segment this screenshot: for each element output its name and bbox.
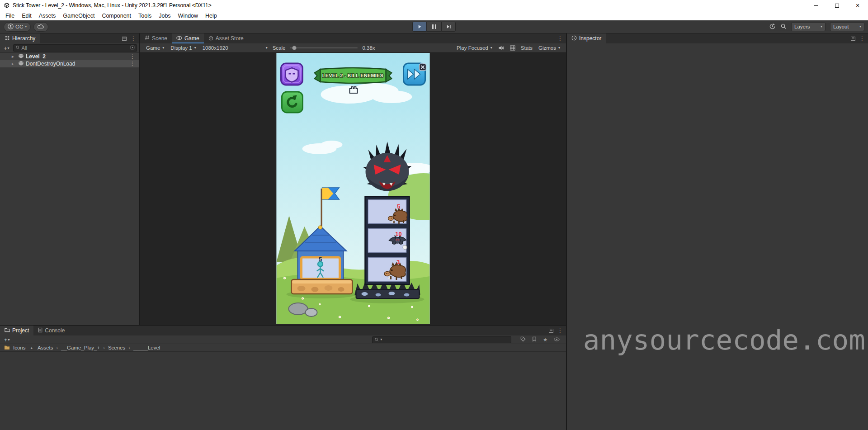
gizmos-dropdown[interactable]: Gizmos ▾ bbox=[535, 43, 563, 52]
speaker-icon bbox=[498, 45, 505, 51]
game-tab-icon bbox=[176, 35, 182, 42]
chevron-down-icon: ▾ bbox=[491, 46, 492, 50]
collapse-icon[interactable]: ▴ bbox=[31, 346, 33, 350]
scale-slider[interactable] bbox=[290, 47, 358, 48]
kebab-menu-icon[interactable]: ⋮ bbox=[859, 36, 865, 41]
favorites-folder-label[interactable]: Icons bbox=[13, 345, 26, 350]
stats-button[interactable]: Stats bbox=[518, 43, 535, 52]
grid-toggle-button[interactable] bbox=[507, 43, 518, 52]
close-button[interactable]: × bbox=[847, 0, 868, 11]
kebab-menu-icon[interactable]: ⋮ bbox=[130, 61, 139, 66]
display-target-dropdown[interactable]: Display 1 ▾ bbox=[167, 43, 199, 52]
pause-icon bbox=[432, 24, 436, 29]
menu-tools[interactable]: Tools bbox=[135, 11, 155, 20]
restart-button[interactable] bbox=[282, 92, 303, 113]
console-tab-label: Console bbox=[45, 327, 65, 334]
chevron-down-icon: ▾ bbox=[859, 25, 861, 28]
breadcrumb-item[interactable]: Assets bbox=[38, 345, 53, 350]
kebab-menu-icon[interactable]: ⋮ bbox=[131, 36, 136, 41]
cloud-icon bbox=[38, 24, 44, 30]
workspace: Hierarchy ⋮ + ▾ bbox=[0, 33, 868, 430]
search-picker-icon[interactable] bbox=[130, 45, 135, 51]
dock-icon[interactable] bbox=[549, 329, 553, 333]
chevron-down-icon: ▾ bbox=[266, 46, 268, 50]
menu-jobs[interactable]: Jobs bbox=[155, 11, 174, 20]
step-button[interactable] bbox=[441, 22, 456, 32]
hierarchy-item-label: Level_2 bbox=[26, 53, 46, 60]
foldout-icon[interactable]: ▸ bbox=[12, 55, 16, 59]
pause-button[interactable] bbox=[427, 22, 441, 32]
menu-help[interactable]: Help bbox=[202, 11, 221, 20]
window-titlebar: Stick Tower - Level_2 - Windows, Mac, Li… bbox=[0, 0, 868, 11]
breadcrumb-item[interactable]: _____Level bbox=[133, 345, 160, 350]
package-visibility-icon[interactable] bbox=[554, 337, 560, 342]
play-button[interactable] bbox=[412, 22, 427, 32]
menu-edit[interactable]: Edit bbox=[18, 11, 35, 20]
dock-icon[interactable] bbox=[851, 37, 855, 41]
grid-icon bbox=[510, 45, 515, 51]
game-render[interactable]: 5 bbox=[277, 53, 430, 324]
tab-console[interactable]: Console bbox=[33, 326, 69, 335]
scene-icon bbox=[18, 60, 24, 67]
menu-gameobject[interactable]: GameObject bbox=[59, 11, 98, 20]
layers-label: Layers bbox=[794, 24, 810, 29]
enemy-count: 10 bbox=[395, 231, 401, 237]
hierarchy-row-dontdestroyonload[interactable]: ▸ DontDestroyOnLoad ⋮ bbox=[0, 60, 139, 67]
account-label: GC bbox=[15, 24, 23, 29]
kebab-menu-icon[interactable]: ⋮ bbox=[130, 54, 139, 59]
game-view-toolbar: Game ▾ Display 1 ▾ 1080x1920 ▾ Scale bbox=[140, 43, 566, 53]
resolution-dropdown[interactable]: 1080x1920 ▾ bbox=[199, 43, 271, 52]
project-search-field[interactable]: ▾ bbox=[372, 336, 511, 343]
cloud-button[interactable] bbox=[33, 22, 48, 32]
chevron-down-icon: ▾ bbox=[821, 25, 822, 28]
minimize-button[interactable] bbox=[806, 0, 826, 11]
history-icon[interactable] bbox=[769, 23, 776, 31]
foldout-icon[interactable]: ▸ bbox=[12, 62, 16, 66]
tab-project[interactable]: Project bbox=[0, 326, 33, 335]
play-icon bbox=[417, 24, 422, 29]
search-by-label-icon[interactable] bbox=[532, 336, 537, 343]
step-icon bbox=[446, 24, 452, 29]
account-button[interactable]: GC ▾ bbox=[4, 22, 31, 32]
layout-dropdown[interactable]: Layout ▾ bbox=[830, 22, 864, 31]
kebab-menu-icon[interactable]: ⋮ bbox=[557, 36, 563, 41]
breadcrumb-item[interactable]: __Game_Play_+ bbox=[61, 345, 100, 350]
add-gameobject-button[interactable]: + ▾ bbox=[2, 45, 11, 51]
hierarchy-row-level2[interactable]: ▸ Level_2 ⋮ bbox=[0, 53, 139, 60]
layers-dropdown[interactable]: Layers ▾ bbox=[791, 22, 826, 31]
project-content-area[interactable] bbox=[0, 352, 566, 430]
console-tab-icon bbox=[38, 327, 42, 334]
scale-label: Scale bbox=[271, 45, 288, 51]
save-search-icon[interactable]: ★ bbox=[543, 337, 547, 342]
search-icon[interactable] bbox=[780, 23, 787, 30]
tab-scene[interactable]: Scene bbox=[140, 33, 172, 43]
add-asset-button[interactable]: + ▾ bbox=[3, 337, 11, 343]
menu-window[interactable]: Window bbox=[175, 11, 202, 20]
search-icon bbox=[15, 45, 20, 51]
maximize-button[interactable] bbox=[826, 0, 847, 11]
shield-button[interactable] bbox=[281, 63, 303, 85]
tab-game[interactable]: Game bbox=[172, 33, 204, 43]
enemy-count: 3 bbox=[396, 259, 400, 265]
inspector-tab-icon bbox=[571, 35, 577, 42]
kebab-menu-icon[interactable]: ⋮ bbox=[557, 328, 563, 333]
close-badge-button[interactable] bbox=[420, 64, 426, 71]
menu-file[interactable]: File bbox=[2, 11, 18, 20]
play-focused-dropdown[interactable]: Play Focused ▾ bbox=[453, 43, 495, 52]
view-mode-dropdown[interactable]: Game ▾ bbox=[143, 43, 167, 52]
hierarchy-search-field[interactable]: All bbox=[13, 44, 137, 52]
tab-inspector[interactable]: Inspector bbox=[567, 33, 606, 43]
search-by-type-icon[interactable] bbox=[520, 336, 526, 343]
menu-assets[interactable]: Assets bbox=[35, 11, 60, 20]
inspector-tabbar: Inspector ⋮ bbox=[567, 33, 868, 43]
play-focused-label: Play Focused bbox=[457, 45, 488, 51]
menu-component[interactable]: Component bbox=[98, 11, 135, 20]
mute-audio-button[interactable] bbox=[495, 43, 507, 52]
breadcrumb-item[interactable]: Scenes bbox=[108, 345, 125, 350]
dock-icon[interactable] bbox=[122, 37, 127, 41]
scale-slider-knob[interactable] bbox=[292, 46, 297, 50]
tab-hierarchy[interactable]: Hierarchy bbox=[0, 33, 40, 43]
project-breadcrumb-bar: Icons ▴ Assets › __Game_Play_+ › Scenes … bbox=[0, 344, 566, 352]
breadcrumb-separator-icon: › bbox=[128, 345, 130, 350]
tab-asset-store[interactable]: Asset Store bbox=[204, 33, 248, 43]
